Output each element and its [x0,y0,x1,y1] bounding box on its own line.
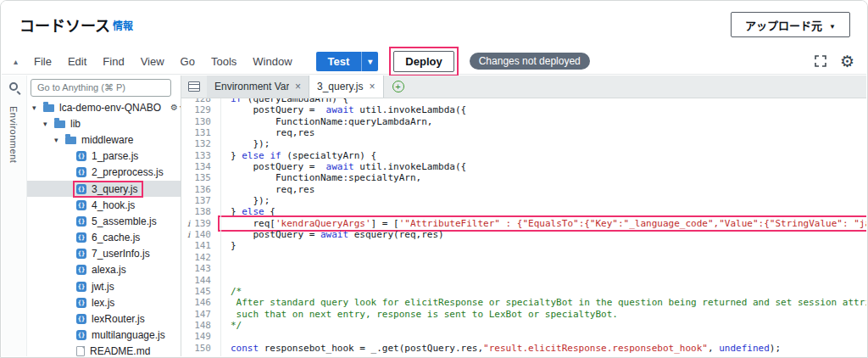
gutter-line-141[interactable]: 141 [181,240,220,251]
gutter-line-149[interactable]: 149 [181,331,220,342]
code-content: postQuery = await esquery(req,res) [220,229,446,240]
code-content [220,331,232,342]
tab-3_query.js[interactable]: 3_query.js [309,76,384,98]
tree-item-1_parse.js[interactable]: 1_parse.js [27,148,181,165]
code-line-133: 133} else if (specialtyArn) { [181,150,866,161]
tree-item-lexRouter.js[interactable]: lexRouter.js [27,310,181,327]
tree-item-lca-demo-env-QNABO[interactable]: lca-demo-env-QNABO [27,99,181,115]
goto-anything-input[interactable] [31,79,171,97]
tree-item-label: lex.js [92,297,114,309]
js-file-icon [76,151,86,161]
gutter-line-138[interactable]: 138 [181,206,220,217]
gutter-line-143[interactable]: 143 [181,263,220,274]
gutter-line-148[interactable]: 148 [181,320,220,331]
tree-item-alexa.js[interactable]: alexa.js [27,262,181,278]
gutter-line-150[interactable]: 150 [181,343,220,354]
tree-item-multilanguage.js[interactable]: multilanguage.js [27,327,181,344]
menu-window[interactable]: Window [253,55,292,68]
menu-file[interactable]: File [34,55,52,68]
tree-item-3_query.js[interactable]: 3_query.js [27,181,181,197]
tree-item-7_userInfo.js[interactable]: 7_userInfo.js [27,246,181,262]
gutter-line-135[interactable]: 135 [181,172,220,183]
js-file-icon [76,298,86,308]
tree-item-content: 2_preprocess.js [75,165,168,179]
code-line-138: 138} else { [181,206,866,217]
menu-tools[interactable]: Tools [211,55,236,68]
gutter-line-133[interactable]: 133 [181,150,220,161]
menu-go[interactable]: Go [181,55,195,68]
gutter-line-137[interactable]: 137 [181,195,220,206]
gutter-line-140[interactable]: i140 [181,229,220,240]
menu-view[interactable]: View [141,55,164,68]
code-line-129: 129 postQuery = await util.invokeLambda(… [181,104,866,115]
tree-item-middleware[interactable]: middleware [27,131,181,148]
tree-item-jwt.js[interactable]: jwt.js [27,278,181,294]
chevron-down-icon[interactable] [54,136,64,144]
code-content: } else if (specialtyArn) { [220,150,378,161]
code-line-145: 145/* [181,286,866,297]
tree-item-README.md[interactable]: README.md [27,344,181,356]
gutter-line-146[interactable]: 146 [181,297,220,308]
gutter-line-134[interactable]: 134 [181,161,220,172]
chevron-down-icon[interactable] [32,103,42,112]
line-number: 150 [194,343,211,354]
upload-source-button[interactable]: アップロード元 [731,12,850,37]
tree-item-2_preprocess.js[interactable]: 2_preprocess.js [27,165,181,181]
tree-item-content: lexRouter.js [75,312,149,326]
tab-list: Environment Var3_query.js [207,76,384,98]
code-line-146: 146 After standard query look for elicit… [181,297,866,308]
test-button[interactable]: Test [316,52,379,71]
tab-Environment Var[interactable]: Environment Var [207,76,309,98]
fullscreen-icon[interactable] [815,55,826,67]
gutter-line-132[interactable]: 132 [181,138,220,149]
info-link[interactable]: 情報 [113,18,133,32]
tree-item-4_hook.js[interactable]: 4_hook.js [27,197,181,213]
gutter-line-129[interactable]: 129 [181,104,220,115]
js-file-icon [76,216,86,227]
file-tree: lca-demo-env-QNABOlibmiddleware1_parse.j… [27,99,181,356]
tree-item-5_assemble.js[interactable]: 5_assemble.js [27,213,181,229]
js-file-icon [76,330,86,340]
menu-edit[interactable]: Edit [68,55,86,68]
code-content: postQuery = await util.invokeLambda({ [220,104,468,115]
tree-item-lex.js[interactable]: lex.js [27,294,181,310]
code-content: /* [220,286,243,297]
deploy-annotation-box: Deploy [393,51,453,72]
gutter-line-147[interactable]: 147 [181,309,220,320]
gutter-line-131[interactable]: 131 [181,127,220,138]
folder-icon [54,120,65,128]
test-dropdown-caret-icon[interactable] [361,52,378,71]
tree-item-label: lexRouter.js [92,313,145,325]
markdown-file-icon [76,346,85,356]
tree-item-6_cache.js[interactable]: 6_cache.js [27,230,181,246]
gutter-line-136[interactable]: 136 [181,184,220,195]
chevron-down-icon[interactable] [43,120,53,128]
environment-tab[interactable]: Environment [8,106,19,163]
gutter-line-139[interactable]: i139 [181,218,220,229]
close-icon[interactable] [295,81,301,92]
code-content: }); [220,195,271,206]
gutter-line-144[interactable]: 144 [181,275,220,286]
line-number: 148 [194,320,211,331]
code-content [220,263,232,274]
gutter-line-142[interactable]: 142 [181,252,220,263]
tree-item-lib[interactable]: lib [27,115,181,131]
gutter-divider [220,98,221,356]
deploy-button[interactable]: Deploy [393,51,453,72]
collapse-panel-icon[interactable] [14,57,27,66]
gutter-line-130[interactable]: 130 [181,116,220,127]
settings-gear-icon[interactable] [840,53,854,70]
tree-item-label: 1_parse.js [92,150,138,162]
code-line-141: 141} [181,240,866,251]
search-icon[interactable] [9,82,18,91]
tree-item-content: 7_userInfo.js [75,247,154,260]
gutter-line-128[interactable]: 128 [181,98,220,104]
js-file-icon [76,200,86,210]
tab-list-icon[interactable] [188,81,200,92]
close-icon[interactable] [370,81,376,92]
gear-icon[interactable] [170,103,178,112]
menu-find[interactable]: Find [103,55,124,68]
new-tab-icon[interactable] [392,81,404,92]
gutter-line-145[interactable]: 145 [181,286,220,297]
code-line-135: 135 FunctionName:specialtyArn, [181,172,866,183]
